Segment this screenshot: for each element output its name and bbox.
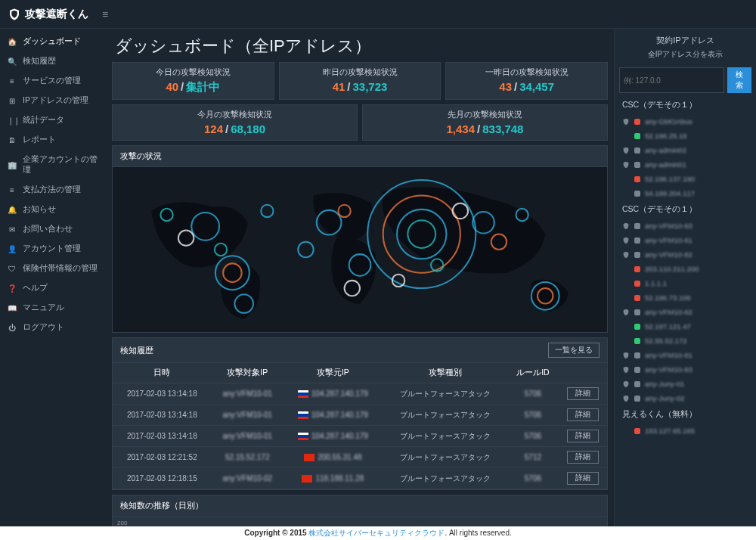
ip-list-item[interactable]: any-GMOAbus [615, 114, 756, 129]
status-dot [634, 237, 640, 244]
ip-list-item[interactable]: 52.197.121.47 [615, 319, 756, 334]
ip-list-item[interactable]: any-VFM10-81 [615, 233, 756, 247]
sidebar-item-11[interactable]: 🛡保険付帯情報の管理 [0, 259, 106, 278]
shield-icon [622, 366, 630, 374]
stat-value: 40/集計中 [116, 80, 271, 95]
ip-list-item[interactable]: 1.1.1.1 [615, 276, 756, 290]
ip-label: any-GMOAbus [645, 117, 692, 126]
ip-search-button[interactable]: 検索 [727, 67, 751, 93]
ip-label: any-admin01 [645, 160, 686, 169]
sidebar-item-2[interactable]: ≡サービスの管理 [0, 71, 106, 91]
table-row: 2017-02-03 12:18:15any:VFM10-02118.188.1… [113, 468, 607, 489]
cell-rule: 5706 [508, 383, 559, 405]
cell-dt: 2017-02-03 13:14:18 [113, 383, 212, 405]
ip-group-header[interactable]: CSC（デモその１） [615, 96, 756, 114]
sidebar-item-4[interactable]: ❘❘統計データ [0, 110, 106, 130]
stat-title: 今月の攻撃検知状況 [116, 110, 354, 120]
cell-target: any:VFM10-01 [212, 383, 284, 405]
shield-icon [622, 118, 630, 126]
sidebar-item-13[interactable]: 📖マニュアル [0, 298, 106, 318]
shield-icon [622, 380, 630, 388]
col-type: 攻撃種別 [383, 363, 508, 383]
ip-list-item[interactable]: any-VFM10-82 [615, 305, 756, 319]
cell-target: any:VFM10-02 [212, 468, 284, 489]
detail-button[interactable]: 詳細 [567, 430, 599, 442]
sidebar-item-8[interactable]: 🔔お知らせ [0, 200, 106, 219]
sidebar-item-9[interactable]: ✉お問い合わせ [0, 219, 106, 239]
sidebar-item-3[interactable]: ⊞IPアドレスの管理 [0, 91, 106, 110]
detection-trend-chart: 200 175 [113, 517, 607, 526]
col-dt: 日時 [113, 363, 212, 383]
sidebar-label: お知らせ [23, 204, 56, 215]
status-dot [634, 352, 640, 358]
detail-button[interactable]: 詳細 [567, 408, 599, 421]
ip-list-item[interactable]: any-Juny-01 [615, 377, 756, 391]
stat-title: 今日の攻撃検知状況 [116, 67, 271, 78]
ip-list-item[interactable]: 52.196.73.106 [615, 290, 756, 305]
sidebar-label: 統計データ [23, 115, 64, 126]
ip-label: any-VFM10-82 [645, 308, 692, 316]
sidebar-icon: ❘❘ [8, 116, 17, 125]
sidebar-label: 企業アカウントの管理 [23, 154, 98, 175]
detail-button[interactable]: 詳細 [567, 387, 599, 400]
ip-list-item[interactable]: any-VFM10-83 [615, 219, 756, 233]
sidebar-item-5[interactable]: 🗎レポート [0, 130, 106, 150]
ip-list-item[interactable]: any-admin02 [615, 143, 756, 157]
stat-value: 1,434/833,748 [366, 123, 604, 135]
detail-button[interactable]: 詳細 [567, 451, 599, 464]
status-dot [634, 162, 640, 168]
sidebar-icon: 🛡 [8, 265, 17, 273]
sidebar-icon: 🔔 [8, 206, 17, 214]
sidebar-item-12[interactable]: ❓ヘルプ [0, 278, 106, 298]
ip-list-item[interactable]: any-Juny-02 [615, 391, 756, 405]
status-dot [634, 266, 640, 272]
view-all-button[interactable]: 一覧を見る [548, 343, 600, 358]
ip-group-header[interactable]: 見えるくん（無料） [615, 405, 756, 424]
sidebar-label: マニュアル [23, 303, 64, 313]
ip-list-item[interactable]: any-admin01 [615, 157, 756, 172]
ip-label: 52.196.25.16 [645, 132, 686, 140]
attack-map[interactable] [113, 167, 607, 332]
shield-icon [622, 251, 630, 259]
ip-list-item[interactable]: any-VFM10-82 [615, 247, 756, 262]
status-dot [634, 223, 640, 229]
ip-list-item[interactable]: any-VFM10-81 [615, 348, 756, 362]
ip-label: any-VFM10-83 [645, 222, 692, 230]
status-dot [634, 324, 640, 330]
ip-list-item[interactable]: 203.110.211.200 [615, 262, 756, 276]
detail-button[interactable]: 詳細 [567, 472, 599, 485]
ip-label: 1.1.1.1 [645, 279, 667, 287]
sidebar-item-6[interactable]: 🏢企業アカウントの管理 [0, 150, 106, 180]
shield-icon [622, 147, 630, 154]
ip-list-item[interactable]: 153.127.65.165 [615, 424, 756, 438]
sidebar-icon: 📖 [8, 304, 17, 312]
ip-list-item[interactable]: 52.196.25.16 [615, 129, 756, 143]
sidebar-item-7[interactable]: ≡支払方法の管理 [0, 180, 106, 200]
ip-list-item[interactable]: 52.196.137.190 [615, 172, 756, 186]
stat-value: 43/34,457 [449, 80, 604, 93]
sidebar-item-0[interactable]: 🏠ダッシュボード [0, 32, 106, 51]
cell-target: any:VFM10-01 [212, 426, 284, 447]
status-dot [634, 191, 640, 197]
sidebar-icon: ≡ [8, 77, 17, 85]
detection-table: 日時攻撃対象IP攻撃元IP攻撃種別ルールID 2017-02-03 13:14:… [113, 363, 607, 489]
ip-list-item[interactable]: any-VFM10-83 [615, 362, 756, 377]
ip-search-input[interactable] [619, 67, 724, 93]
sidebar-item-14[interactable]: ⏻ログアウト [0, 318, 106, 337]
ip-list-item[interactable]: 52.55.52.172 [615, 334, 756, 348]
footer-link[interactable]: 株式会社サイバーセキュリティクラウド [308, 529, 445, 537]
cell-type: ブルートフォースアタック [383, 447, 508, 468]
ip-list-item[interactable]: 54.199.204.117 [615, 186, 756, 200]
ip-group-header[interactable]: CSC（デモその１） [615, 200, 756, 219]
footer-pre: Copyright © 2015 [244, 529, 308, 537]
y-tick: 200 [117, 520, 127, 526]
status-dot [634, 252, 640, 258]
cell-src: 104.287.140.179 [284, 383, 383, 405]
shield-icon [622, 222, 630, 230]
sidebar-item-10[interactable]: 👤アカウント管理 [0, 239, 106, 259]
status-dot [634, 428, 640, 434]
cell-src: 200.55.31.48 [284, 447, 383, 468]
menu-toggle-icon[interactable]: ≡ [102, 8, 108, 20]
sidebar-item-1[interactable]: 🔍検知履歴 [0, 51, 106, 71]
sidebar-label: お問い合わせ [23, 224, 73, 234]
